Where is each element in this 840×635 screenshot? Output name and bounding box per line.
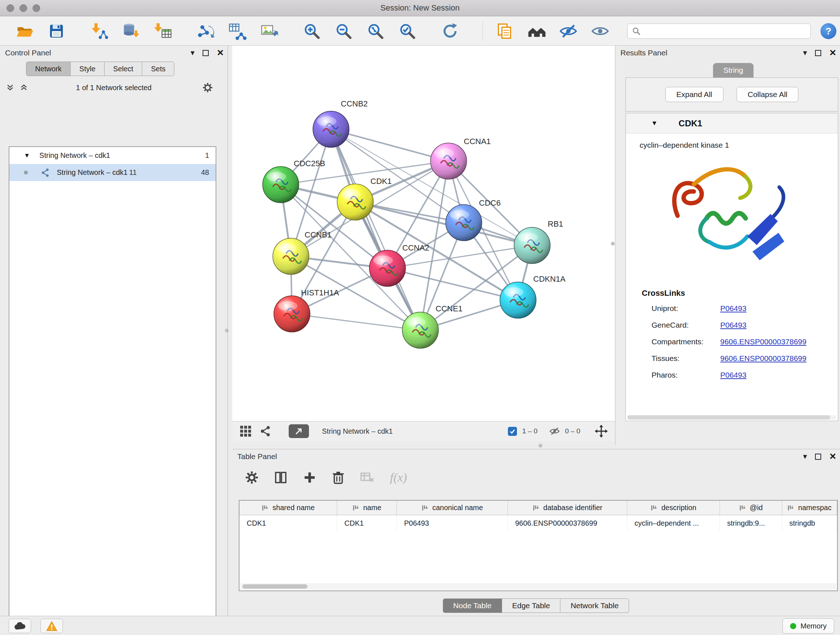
hidden-eye-slash-icon[interactable] [549,426,560,437]
results-horizontal-scrollbar[interactable] [627,415,836,420]
tab-select[interactable]: Select [104,62,142,76]
table-cell[interactable]: cyclin–dependent ... [627,515,720,531]
import-network-file-button[interactable] [89,21,109,41]
network-node-ccnb2[interactable] [313,111,349,147]
network-node-ccne1[interactable] [402,312,439,348]
right-splitter-handle[interactable] [611,242,615,245]
tab-sets[interactable]: Sets [142,62,174,76]
save-session-button[interactable] [46,21,66,41]
zoom-out-button[interactable] [333,21,354,41]
show-columns-icon[interactable] [274,471,287,484]
table-cell[interactable]: stringdb [782,515,837,531]
network-node-hist1h1a[interactable] [274,296,310,332]
results-panel-float-icon[interactable] [815,50,821,56]
disclosure-triangle-icon[interactable]: ▼ [24,152,30,159]
grid-view-icon[interactable] [240,425,252,437]
network-node-ccna1[interactable] [431,143,467,179]
table-cell[interactable]: CDK1 [240,515,337,531]
network-node-cdc6[interactable] [446,204,482,241]
control-panel-title: Control Panel [5,49,51,57]
tab-string[interactable]: String [713,63,753,78]
column-header[interactable]: namespac [782,501,837,515]
tab-network-table[interactable]: Network Table [560,599,629,613]
column-header[interactable]: name [337,501,397,515]
crosslink-link[interactable]: 9606.ENSP00000378699 [720,354,806,363]
network-node-cdc25b[interactable] [263,166,299,203]
control-panel-collapse-icon[interactable]: ▾ [191,49,195,57]
help-button[interactable]: ? [821,23,836,39]
network-overview-icon[interactable] [260,425,271,437]
table-panel-collapse-icon[interactable]: ▾ [803,453,807,461]
gear-icon[interactable] [202,82,213,93]
network-edge-ccnb2-ccne1[interactable] [331,129,420,330]
gene-disclosure-triangle-icon[interactable]: ▼ [651,119,658,127]
column-header[interactable]: @id [720,501,782,515]
table-row[interactable]: CDK1CDK1P064939606.ENSP00000378699cyclin… [240,515,837,531]
column-header[interactable]: shared name [240,501,337,515]
crosslink-link[interactable]: P06493 [720,321,746,329]
zoom-fit-button[interactable] [365,21,386,41]
apply-layout-button[interactable] [440,21,460,41]
left-splitter-handle[interactable] [225,329,229,333]
table-cell[interactable]: CDK1 [337,515,397,531]
column-header[interactable]: description [627,501,720,515]
table-horizontal-scrollbar[interactable] [240,583,836,590]
network-node-cdkn1a[interactable] [500,282,536,318]
column-header[interactable]: canonical name [397,501,508,515]
table-cell[interactable]: stringdb:9... [720,515,782,531]
crosslink-link[interactable]: P06493 [720,371,746,379]
network-canvas[interactable]: CCNB2CCNA1CDC25BCDK1CDC6RB1CCNB1CCNA2CDK… [232,46,615,421]
column-header[interactable]: database identifier [508,501,627,515]
gene-header-row[interactable]: ▼ CDK1 [626,113,838,134]
memory-button[interactable]: Memory [783,618,834,633]
network-row-selected[interactable]: String Network – cdk1 11 48 [9,164,216,181]
collapse-all-button[interactable]: Collapse All [737,87,799,102]
results-panel-collapse-icon[interactable]: ▾ [803,49,807,57]
network-node-ccnb1[interactable] [273,238,309,274]
expand-all-button[interactable]: Expand All [665,87,723,102]
new-network-table-button[interactable] [227,21,248,41]
network-view[interactable]: CCNB2CCNA1CDC25BCDK1CDC6RB1CCNB1CCNA2CDK… [232,46,615,441]
table-panel-float-icon[interactable] [815,454,821,460]
memory-status-dot [790,623,796,629]
tab-style[interactable]: Style [70,62,104,76]
control-panel-float-icon[interactable] [202,50,209,56]
pan-crosshair-icon[interactable] [595,424,608,438]
control-panel-close-icon[interactable]: ✕ [217,48,224,58]
tab-node-table[interactable]: Node Table [443,599,502,613]
hide-selected-button[interactable] [558,21,578,41]
table-panel-close-icon[interactable]: ✕ [829,451,836,462]
crosslink-link[interactable]: 9606.ENSP00000378699 [720,337,806,346]
detach-view-button[interactable] [289,424,309,438]
copy-document-button[interactable] [494,21,515,41]
show-all-button[interactable] [590,21,610,41]
import-table-button[interactable] [153,21,173,41]
search-input[interactable] [644,27,806,35]
column-header-label: canonical name [432,504,483,512]
delete-column-trash-icon[interactable] [332,471,344,484]
table-cell[interactable]: P06493 [397,515,508,531]
export-image-button[interactable] [259,21,279,41]
import-network-database-button[interactable] [121,21,141,41]
table-cell[interactable]: 9606.ENSP00000378699 [508,515,627,531]
tab-edge-table[interactable]: Edge Table [502,599,561,613]
crosslink-link[interactable]: P06493 [720,304,746,313]
cloud-button[interactable] [9,619,31,633]
new-network-button[interactable] [195,21,216,41]
tab-network[interactable]: Network [26,62,71,76]
warnings-button[interactable] [41,619,63,633]
network-edge-hist1h1a-ccne1[interactable] [292,314,420,330]
create-column-plus-icon[interactable] [303,471,316,484]
table-settings-gear-icon[interactable] [245,471,258,484]
home-button[interactable] [526,21,546,41]
network-collection-row[interactable]: ▼ String Network – cdk1 1 [9,147,216,164]
open-session-button[interactable] [14,21,35,41]
selected-nodes-icon[interactable] [508,427,517,436]
zoom-selected-button[interactable] [397,21,417,41]
zoom-in-button[interactable] [302,21,322,41]
network-node-cdk1[interactable] [337,184,373,220]
horizontal-splitter-handle[interactable] [538,444,542,448]
network-node-rb1[interactable] [514,227,550,264]
results-panel-close-icon[interactable]: ✕ [829,48,836,58]
network-node-ccna2[interactable] [369,250,406,287]
